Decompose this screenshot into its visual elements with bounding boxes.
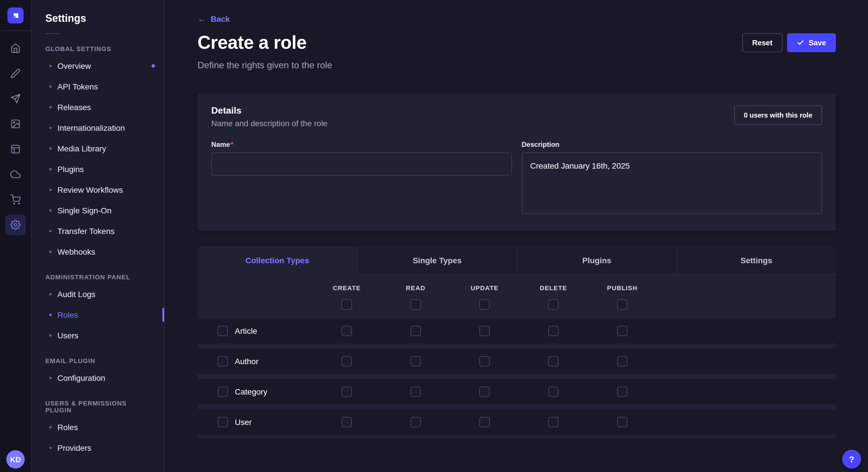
checkbox-author-delete[interactable] [548, 356, 559, 367]
checkbox-user-create[interactable] [342, 417, 352, 427]
checkbox-user-read[interactable] [410, 417, 421, 427]
checkbox-user-all[interactable] [218, 417, 228, 427]
sidebar-item-label: Transfer Tokens [57, 227, 115, 236]
sidebar-item-plugins[interactable]: Plugins [32, 159, 164, 179]
checkbox-article-delete[interactable] [548, 326, 559, 336]
tab-plugins[interactable]: Plugins [517, 246, 676, 275]
sidebar-item-review-workflows[interactable]: Review Workflows [32, 179, 164, 200]
user-avatar[interactable]: KD [6, 450, 25, 469]
name-input[interactable] [211, 153, 512, 175]
help-button[interactable]: ? [842, 450, 861, 469]
save-button-label: Save [809, 38, 826, 47]
checkbox-category-all[interactable] [218, 386, 228, 397]
marketplace-cart-icon[interactable] [5, 189, 26, 210]
checkbox-article-create[interactable] [342, 326, 352, 336]
checkbox-article-read[interactable] [410, 326, 421, 336]
sidebar-item-overview[interactable]: Overview [32, 56, 164, 76]
sidebar-section-label: EMAIL PLUGIN [32, 357, 164, 368]
permission-row-category: Category [197, 379, 836, 404]
sidebar-item-label: Configuration [57, 373, 105, 382]
permissions-table: CREATE READ UPDATE DELETE PUBLISH [197, 275, 836, 439]
sidebar-item-label: Internationalization [57, 123, 125, 133]
sidebar-item-webhooks[interactable]: Webhooks [32, 241, 164, 262]
tab-single-types[interactable]: Single Types [357, 246, 517, 275]
sidebar-item-audit-logs[interactable]: Audit Logs [32, 284, 164, 305]
content-manager-icon[interactable] [5, 139, 26, 160]
checkbox-all-read[interactable] [410, 299, 421, 310]
content-type-builder-icon[interactable] [5, 63, 26, 84]
sidebar-item-label: Review Workflows [57, 185, 123, 194]
sidebar-item-label: Plugins [57, 165, 84, 174]
checkbox-all-delete[interactable] [548, 299, 559, 310]
back-link[interactable]: ← Back [197, 14, 230, 23]
checkbox-article-update[interactable] [479, 326, 490, 336]
sidebar-item-single-sign-on[interactable]: Single Sign-On [32, 200, 164, 221]
sidebar-item-roles[interactable]: Roles [32, 305, 164, 325]
header-spacer [197, 284, 312, 310]
checkbox-author-create[interactable] [342, 356, 352, 367]
checkbox-all-create[interactable] [342, 299, 352, 310]
sidebar-item-up-roles[interactable]: Roles [32, 417, 164, 438]
bullet-icon [50, 334, 52, 337]
row-head: Category [197, 386, 312, 397]
settings-gear-icon[interactable] [5, 214, 26, 235]
checkbox-author-publish[interactable] [617, 356, 627, 367]
main-content: ← Back Create a role Define the rights g… [165, 0, 868, 472]
checkbox-category-read[interactable] [410, 386, 421, 397]
checkbox-user-delete[interactable] [548, 417, 559, 427]
permission-row-user: User [197, 409, 836, 435]
column-header-update: UPDATE [470, 284, 498, 291]
checkbox-author-all[interactable] [218, 356, 228, 367]
checkbox-category-publish[interactable] [617, 386, 627, 397]
tab-settings[interactable]: Settings [676, 246, 836, 275]
tab-collection-types[interactable]: Collection Types [197, 246, 357, 275]
sidebar-item-label: Single Sign-On [57, 206, 112, 215]
reset-button[interactable]: Reset [742, 33, 782, 52]
sidebar-item-api-tokens[interactable]: API Tokens [32, 76, 164, 97]
checkbox-category-delete[interactable] [548, 386, 559, 397]
sidebar-section-label: ADMINISTRATION PANEL [32, 274, 164, 284]
home-icon[interactable] [5, 38, 26, 59]
checkbox-all-publish[interactable] [617, 299, 627, 310]
sidebar-item-providers[interactable]: Providers [32, 438, 164, 458]
permission-row-article: Article [197, 318, 836, 343]
checkbox-author-update[interactable] [479, 356, 490, 367]
description-field-label: Description [522, 140, 822, 148]
save-button[interactable]: Save [787, 33, 836, 52]
users-with-role-button[interactable]: 0 users with this role [734, 105, 822, 125]
checkbox-article-all[interactable] [218, 326, 228, 336]
checkbox-all-update[interactable] [479, 299, 490, 310]
checkbox-user-publish[interactable] [617, 417, 627, 427]
details-card: Details Name and description of the role… [197, 94, 836, 231]
sidebar-item-releases[interactable]: Releases [32, 97, 164, 117]
media-library-icon[interactable] [5, 113, 26, 134]
sidebar-section-label: GLOBAL SETTINGS [32, 45, 164, 56]
sidebar-item-configuration[interactable]: Configuration [32, 368, 164, 388]
logo-container [0, 0, 31, 31]
checkbox-category-update[interactable] [479, 386, 490, 397]
sidebar-item-transfer-tokens[interactable]: Transfer Tokens [32, 221, 164, 241]
sidebar-section-label: USERS & PERMISSIONS PLUGIN [32, 400, 164, 417]
strapi-logo[interactable] [7, 7, 24, 24]
sidebar-item-media-library[interactable]: Media Library [32, 138, 164, 159]
bullet-icon [50, 147, 52, 150]
details-subtitle: Name and description of the role [211, 119, 328, 128]
sidebar-item-label: Releases [57, 103, 91, 112]
bullet-icon [50, 377, 52, 379]
checkbox-category-create[interactable] [342, 386, 352, 397]
cloud-icon[interactable] [5, 164, 26, 185]
permissions-tabs: Collection Types Single Types Plugins Se… [197, 246, 836, 275]
sidebar-item-users[interactable]: Users [32, 325, 164, 346]
checkbox-author-read[interactable] [410, 356, 421, 367]
details-form: Name* Description Created January 16th, … [211, 140, 822, 216]
deploy-icon[interactable] [5, 88, 26, 109]
bullet-icon [50, 447, 52, 449]
strapi-logo-icon [11, 11, 20, 20]
column-delete: DELETE [519, 284, 588, 310]
description-textarea[interactable]: Created January 16th, 2025 [522, 153, 822, 214]
column-publish: PUBLISH [588, 284, 657, 310]
checkbox-user-update[interactable] [479, 417, 490, 427]
sidebar-item-internationalization[interactable]: Internationalization [32, 117, 164, 138]
column-update: UPDATE [450, 284, 519, 310]
checkbox-article-publish[interactable] [617, 326, 627, 336]
